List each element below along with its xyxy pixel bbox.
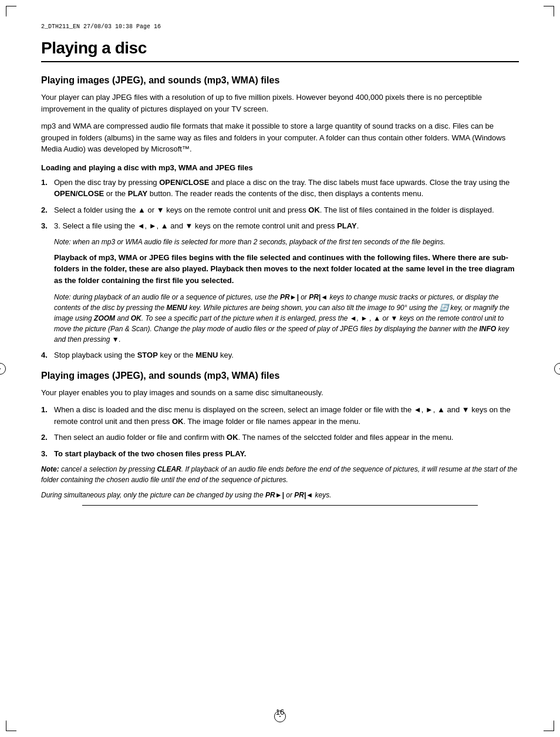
section1-steps: 1. Open the disc tray by pressing OPEN/C… [41,177,519,232]
reg-circle-left [0,363,6,375]
section1-intro1: Your player can play JPEG files with a r… [41,92,519,115]
step-3: 3. 3. Select a file using the ◄, ►, ▲ an… [41,220,519,232]
section2-steps: 1. When a disc is loaded and the disc me… [41,404,519,459]
note2: Note: during playback of an audio file o… [54,292,519,345]
sub-heading: Loading and playing a disc with mp3, WMA… [41,163,519,172]
footer-rule [82,505,478,506]
section1-heading: Playing images (JPEG), and sounds (mp3, … [41,75,519,86]
header-meta: 2_DTH211_EN 27/08/03 10:38 Page 16 [41,23,519,30]
page-title: Playing a disc [41,39,519,58]
step4-list: 4. Stop playback using the STOP key or t… [41,349,519,361]
section2-heading: Playing images (JPEG), and sounds (mp3, … [41,371,519,381]
title-rule [41,61,519,62]
note4: During simultaneous play, only the pictu… [41,490,519,500]
section2-step-1: 1. When a disc is loaded and the disc me… [41,404,519,427]
step-4: 4. Stop playback using the STOP key or t… [41,349,519,361]
note3: Note: cancel a selection by pressing CLE… [41,464,519,485]
section2-step-2: 2. Then select an audio folder or file a… [41,432,519,443]
corner-mark-bl [6,721,16,731]
section1-intro2: mp3 and WMA are compressed audio file fo… [41,120,519,155]
step-2: 2. Select a folder using the ▲ or ▼ keys… [41,204,519,216]
corner-mark-tl [6,6,16,16]
note1: Note: when an mp3 or WMA audio file is s… [54,237,519,345]
section2-intro: Your player enables you to play images a… [41,387,519,399]
playback-info: Playback of mp3, WMA or JPEG files begin… [54,252,519,287]
step-1: 1. Open the disc tray by pressing OPEN/C… [41,177,519,200]
reg-circle-bottom [274,711,286,722]
corner-mark-br [544,721,554,731]
reg-circle-right [554,363,560,375]
page: 2_DTH211_EN 27/08/03 10:38 Page 16 Playi… [0,0,560,737]
section2-step-3: 3. To start playback of the two chosen f… [41,448,519,460]
corner-mark-tr [544,6,554,16]
